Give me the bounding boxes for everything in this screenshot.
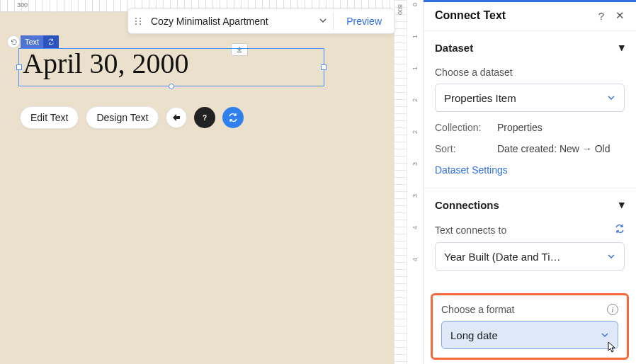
right-container: 0 1 1 2 2 3 3 4 4 Connect Text ? ✕ Datas… — [407, 0, 636, 364]
svg-point-1 — [140, 18, 141, 19]
page-switcher-bar: Cozy Minimalist Apartment Preview — [127, 8, 395, 34]
ruler-v-label: 800 — [397, 4, 404, 15]
format-select[interactable]: Long date — [441, 321, 618, 349]
svg-point-4 — [135, 23, 137, 25]
chevron-down-icon[interactable] — [313, 15, 333, 28]
design-text-button[interactable]: Design Text — [86, 106, 159, 129]
ruler-num: 2 — [411, 130, 419, 134]
edit-text-button[interactable]: Edit Text — [20, 106, 79, 129]
help-button[interactable]: ? — [194, 107, 215, 128]
ruler-num: 1 — [411, 67, 419, 70]
panel-title: Connect Text — [435, 9, 506, 22]
choose-format-label: Choose a format i — [441, 304, 618, 315]
ruler-num: 3 — [411, 194, 419, 198]
dataset-select-value: Properties Item — [444, 92, 516, 104]
svg-point-2 — [135, 21, 137, 22]
connect-data-button[interactable] — [222, 107, 244, 128]
connects-to-select[interactable]: Year Built (Date and Ti… — [435, 242, 625, 271]
close-icon[interactable]: ✕ — [615, 9, 625, 22]
connections-header-label: Connections — [435, 199, 499, 211]
chevron-down-icon — [607, 251, 615, 263]
dataset-section: Choose a dataset Properties Item Collect… — [424, 64, 636, 188]
animation-button[interactable] — [166, 107, 187, 128]
text-element[interactable]: April 30, 2000 — [23, 47, 188, 80]
connects-to-value: Year Built (Date and Ti… — [444, 251, 561, 263]
panel-header: Connect Text ? ✕ — [424, 2, 636, 30]
collection-value: Properties — [497, 122, 543, 133]
dataset-section-header[interactable]: Dataset ▾ — [424, 30, 636, 64]
svg-text:?: ? — [203, 114, 207, 122]
help-icon[interactable]: ? — [598, 10, 604, 22]
format-highlight-block: Choose a format i Long date — [431, 293, 629, 360]
drag-handle-icon[interactable] — [128, 17, 148, 25]
dataset-select[interactable]: Properties Item — [435, 84, 625, 112]
ruler-num: 2 — [411, 98, 419, 102]
svg-point-5 — [140, 23, 141, 25]
sort-value: Date created: New → Old — [497, 143, 611, 154]
dataset-header-label: Dataset — [435, 42, 473, 54]
ruler-num: 3 — [411, 162, 419, 166]
connect-text-panel: Connect Text ? ✕ Dataset ▾ Choose a data… — [424, 0, 636, 364]
ruler-num: 4 — [411, 258, 419, 261]
caret-down-icon: ▾ — [619, 41, 625, 54]
choose-dataset-label: Choose a dataset — [435, 67, 625, 78]
connects-to-label: Text connects to — [435, 224, 506, 236]
badge-label: Text — [21, 38, 43, 46]
svg-point-3 — [140, 21, 141, 22]
format-select-value: Long date — [450, 329, 498, 341]
collection-key: Collection: — [435, 122, 492, 133]
ruler-num: 1 — [411, 35, 419, 38]
preview-button[interactable]: Preview — [334, 16, 394, 27]
ruler-vertical-right — [394, 0, 407, 364]
caret-down-icon: ▾ — [619, 198, 625, 211]
sync-icon[interactable] — [615, 224, 625, 237]
editor-canvas[interactable]: 300 800 Cozy Minimalist Apartment Previe… — [0, 0, 407, 364]
collection-row: Collection: Properties — [435, 122, 625, 133]
floating-toolbar: Edit Text Design Text ? — [20, 106, 244, 129]
info-icon[interactable]: i — [607, 304, 618, 315]
svg-point-0 — [135, 18, 137, 19]
resize-handle-bottom[interactable] — [169, 84, 174, 89]
panel-ruler: 0 1 1 2 2 3 3 4 4 — [407, 0, 424, 364]
page-title[interactable]: Cozy Minimalist Apartment — [148, 16, 313, 27]
resize-handle-left[interactable] — [16, 64, 22, 70]
ruler-tick-label: 300 — [17, 1, 28, 8]
connections-section: Text connects to Year Built (Date and Ti… — [424, 221, 636, 282]
connections-section-header[interactable]: Connections ▾ — [424, 188, 636, 221]
format-label-text: Choose a format — [441, 304, 515, 315]
chevron-down-icon — [601, 329, 609, 341]
ruler-num: 4 — [411, 226, 419, 229]
sort-row: Sort: Date created: New → Old — [435, 143, 625, 154]
ruler-num: 0 — [411, 3, 419, 6]
undo-button[interactable] — [7, 35, 20, 48]
resize-handle-right[interactable] — [321, 64, 326, 70]
chevron-down-icon — [607, 92, 615, 104]
sort-key: Sort: — [435, 143, 492, 154]
dataset-settings-link[interactable]: Dataset Settings — [435, 164, 508, 176]
